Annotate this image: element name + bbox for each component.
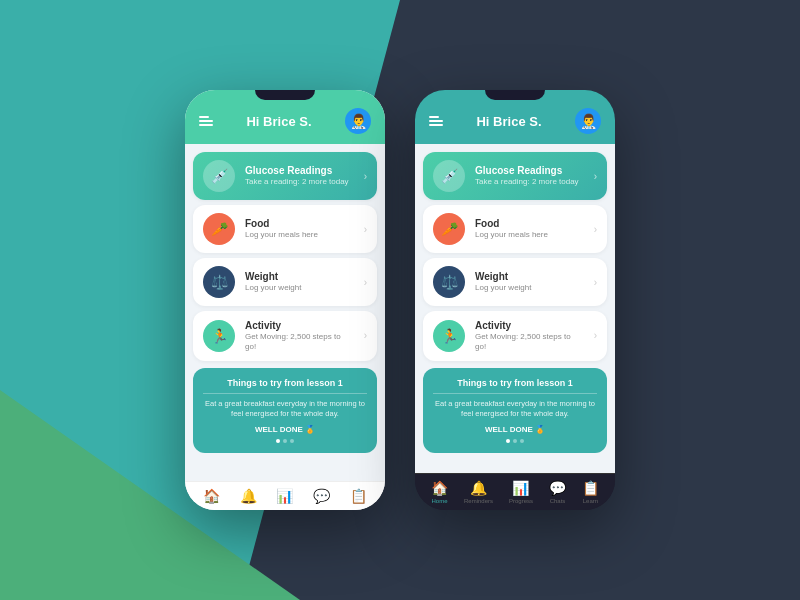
food-subtitle-left: Log your meals here bbox=[245, 230, 354, 240]
learn-label-right: Learn bbox=[583, 498, 598, 504]
chat-label-right: Chats bbox=[550, 498, 566, 504]
activity-arrow-right: › bbox=[594, 330, 597, 341]
food-arrow-left: › bbox=[364, 224, 367, 235]
dot-1-left bbox=[276, 439, 280, 443]
weight-subtitle-left: Log your weight bbox=[245, 283, 354, 293]
activity-card-left[interactable]: 🏃 Activity Get Moving: 2,500 steps to go… bbox=[193, 311, 377, 361]
phone-notch-right bbox=[485, 90, 545, 100]
glucose-card-left[interactable]: 💉 Glucose Readings Take a reading: 2 mor… bbox=[193, 152, 377, 200]
phone-left: Hi Brice S. 👨‍⚕️ 💉 Glucose Readings Take… bbox=[185, 90, 385, 510]
dot-1-right bbox=[506, 439, 510, 443]
footer-progress-left[interactable]: 📊 bbox=[276, 488, 293, 504]
glucose-title-left: Glucose Readings bbox=[245, 164, 354, 177]
activity-subtitle-left: Get Moving: 2,500 steps to go! bbox=[245, 332, 354, 353]
glucose-title-right: Glucose Readings bbox=[475, 164, 584, 177]
chat-icon-right: 💬 bbox=[549, 480, 566, 496]
footer-notifications-right[interactable]: 🔔 Reminders bbox=[464, 480, 493, 504]
weight-card-right[interactable]: ⚖️ Weight Log your weight › bbox=[423, 258, 607, 306]
phone-notch-left bbox=[255, 90, 315, 100]
activity-arrow-left: › bbox=[364, 330, 367, 341]
food-card-left[interactable]: 🥕 Food Log your meals here › bbox=[193, 205, 377, 253]
glucose-arrow-left: › bbox=[364, 171, 367, 182]
weight-title-left: Weight bbox=[245, 270, 354, 283]
glucose-text-left: Glucose Readings Take a reading: 2 more … bbox=[245, 164, 354, 187]
menu-icon-left[interactable] bbox=[199, 116, 213, 126]
food-title-right: Food bbox=[475, 217, 584, 230]
avatar-emoji-right: 👨‍⚕️ bbox=[580, 113, 597, 129]
header-title-right: Hi Brice S. bbox=[476, 114, 541, 129]
phone-footer-left: 🏠 🔔 📊 💬 📋 bbox=[185, 481, 385, 510]
food-text-left: Food Log your meals here bbox=[245, 217, 354, 240]
activity-card-right[interactable]: 🏃 Activity Get Moving: 2,500 steps to go… bbox=[423, 311, 607, 361]
lesson-text-left: Eat a great breakfast everyday in the mo… bbox=[203, 399, 367, 420]
chart-icon-right: 📊 bbox=[512, 480, 529, 496]
lesson-card-left: Things to try from lesson 1 Eat a great … bbox=[193, 368, 377, 453]
footer-home-left[interactable]: 🏠 bbox=[203, 488, 220, 504]
activity-text-right: Activity Get Moving: 2,500 steps to go! bbox=[475, 319, 584, 353]
footer-learn-left[interactable]: 📋 bbox=[350, 488, 367, 504]
menu-line bbox=[429, 120, 443, 122]
avatar-emoji-left: 👨‍⚕️ bbox=[350, 113, 367, 129]
weight-icon-right: ⚖️ bbox=[433, 266, 465, 298]
header-title-left: Hi Brice S. bbox=[246, 114, 311, 129]
home-label-right: Home bbox=[431, 498, 447, 504]
activity-title-right: Activity bbox=[475, 319, 584, 332]
menu-line bbox=[429, 124, 443, 126]
food-subtitle-right: Log your meals here bbox=[475, 230, 584, 240]
avatar-right: 👨‍⚕️ bbox=[575, 108, 601, 134]
chart-icon-left: 📊 bbox=[276, 488, 293, 504]
dot-2-left bbox=[283, 439, 287, 443]
lesson-text-right: Eat a great breakfast everyday in the mo… bbox=[433, 399, 597, 420]
phone-body-right: 💉 Glucose Readings Take a reading: 2 mor… bbox=[415, 144, 615, 473]
food-icon-left: 🥕 bbox=[203, 213, 235, 245]
phone-footer-right: 🏠 Home 🔔 Reminders 📊 Progress 💬 Chats 📋 … bbox=[415, 473, 615, 510]
lesson-title-right: Things to try from lesson 1 bbox=[433, 378, 597, 394]
food-arrow-right: › bbox=[594, 224, 597, 235]
bell-icon-right: 🔔 bbox=[470, 480, 487, 496]
glucose-arrow-right: › bbox=[594, 171, 597, 182]
phone-body-left: 💉 Glucose Readings Take a reading: 2 mor… bbox=[185, 144, 385, 481]
lesson-dots-left bbox=[203, 439, 367, 443]
dot-3-right bbox=[520, 439, 524, 443]
phones-container: Hi Brice S. 👨‍⚕️ 💉 Glucose Readings Take… bbox=[185, 90, 615, 510]
glucose-text-right: Glucose Readings Take a reading: 2 more … bbox=[475, 164, 584, 187]
activity-text-left: Activity Get Moving: 2,500 steps to go! bbox=[245, 319, 354, 353]
home-icon-right: 🏠 bbox=[431, 480, 448, 496]
glucose-subtitle-left: Take a reading: 2 more today bbox=[245, 177, 354, 187]
menu-line bbox=[199, 120, 213, 122]
activity-icon-right: 🏃 bbox=[433, 320, 465, 352]
weight-arrow-right: › bbox=[594, 277, 597, 288]
menu-line bbox=[199, 116, 209, 118]
weight-card-left[interactable]: ⚖️ Weight Log your weight › bbox=[193, 258, 377, 306]
glucose-icon-left: 💉 bbox=[203, 160, 235, 192]
dot-2-right bbox=[513, 439, 517, 443]
footer-home-right[interactable]: 🏠 Home bbox=[431, 480, 448, 504]
home-icon-left: 🏠 bbox=[203, 488, 220, 504]
phone-right: Hi Brice S. 👨‍⚕️ 💉 Glucose Readings Take… bbox=[415, 90, 615, 510]
footer-chat-right[interactable]: 💬 Chats bbox=[549, 480, 566, 504]
glucose-icon-right: 💉 bbox=[433, 160, 465, 192]
menu-line bbox=[429, 116, 439, 118]
footer-chat-left[interactable]: 💬 bbox=[313, 488, 330, 504]
weight-title-right: Weight bbox=[475, 270, 584, 283]
well-done-right: WELL DONE 🏅 bbox=[433, 425, 597, 434]
bell-icon-left: 🔔 bbox=[240, 488, 257, 504]
glucose-subtitle-right: Take a reading: 2 more today bbox=[475, 177, 584, 187]
lesson-title-left: Things to try from lesson 1 bbox=[203, 378, 367, 394]
footer-progress-right[interactable]: 📊 Progress bbox=[509, 480, 533, 504]
well-done-left: WELL DONE 🏅 bbox=[203, 425, 367, 434]
weight-icon-left: ⚖️ bbox=[203, 266, 235, 298]
food-card-right[interactable]: 🥕 Food Log your meals here › bbox=[423, 205, 607, 253]
activity-icon-left: 🏃 bbox=[203, 320, 235, 352]
bell-label-right: Reminders bbox=[464, 498, 493, 504]
weight-subtitle-right: Log your weight bbox=[475, 283, 584, 293]
menu-icon-right[interactable] bbox=[429, 116, 443, 126]
weight-arrow-left: › bbox=[364, 277, 367, 288]
food-text-right: Food Log your meals here bbox=[475, 217, 584, 240]
footer-notifications-left[interactable]: 🔔 bbox=[240, 488, 257, 504]
food-title-left: Food bbox=[245, 217, 354, 230]
footer-learn-right[interactable]: 📋 Learn bbox=[582, 480, 599, 504]
lesson-dots-right bbox=[433, 439, 597, 443]
glucose-card-right[interactable]: 💉 Glucose Readings Take a reading: 2 mor… bbox=[423, 152, 607, 200]
menu-line bbox=[199, 124, 213, 126]
